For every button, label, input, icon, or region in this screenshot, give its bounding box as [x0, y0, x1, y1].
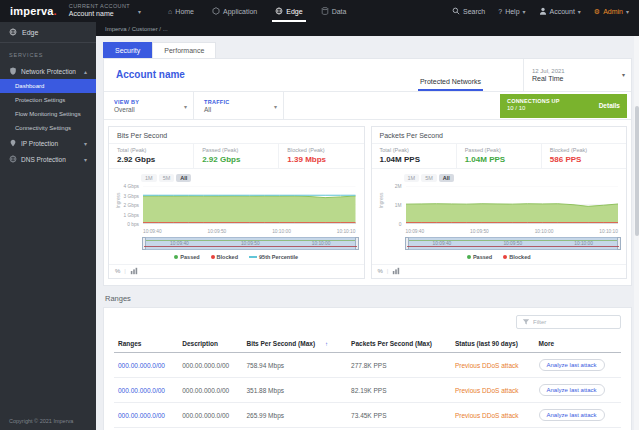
footer-divider: | [124, 268, 126, 274]
top-nav-application[interactable]: Application [203, 0, 266, 22]
range-button-all[interactable]: All [176, 174, 191, 182]
y-tick-label: 2M [395, 184, 402, 189]
table-row: 000.00.000.0/00000.00.000.0/00265.99 Mbp… [114, 403, 621, 428]
connections-value: 10 / 10 [507, 105, 560, 113]
connections-details-link[interactable]: Details [599, 102, 620, 109]
account-menu[interactable]: Account ▾ [539, 7, 581, 15]
column-header-description[interactable]: Description [178, 335, 242, 353]
current-account-name: Account name [69, 10, 130, 19]
sidebar-subitem-flow-monitoring-settings[interactable]: Flow Monitoring Settings [0, 107, 96, 121]
analyze-last-attack-button[interactable]: Analyze last attack [539, 409, 605, 421]
range-button-1m[interactable]: 1M [404, 174, 420, 182]
tab-security[interactable]: Security [103, 42, 152, 58]
range-link-cell[interactable]: 000.00.000.0/00 [114, 378, 178, 403]
chart-navigator[interactable]: 10:09:4010:09:5010:10:00 [406, 237, 621, 250]
stat-label: Total (Peak) [380, 147, 448, 153]
range-link-cell[interactable]: 000.00.000.0/00 [114, 403, 178, 428]
stat-blocked-peak: Blocked (Peak)586 PPS [541, 144, 626, 168]
description-cell: 000.00.000.0/00 [178, 403, 242, 428]
legend-dot-marker [211, 255, 215, 259]
dns-icon [9, 155, 17, 163]
legend-item-passed[interactable]: Passed [467, 254, 492, 260]
percent-toggle[interactable]: % [378, 268, 383, 274]
range-link-cell[interactable]: 000.00.000.0/00 [114, 353, 178, 378]
funnel-icon [522, 318, 530, 326]
sidebar-subitem-dashboard[interactable]: Dashboard [0, 79, 96, 93]
sort-arrow-icon[interactable]: ↑ [325, 341, 328, 347]
analyze-last-attack-button[interactable]: Analyze last attack [539, 384, 605, 396]
legend-item-passed[interactable]: Passed [174, 254, 199, 260]
status-link[interactable]: Previous DDoS attack [455, 412, 519, 419]
copyright-text: Copyright © 2021 Imperva [9, 418, 73, 424]
top-nav-home[interactable]: ⌂Home [159, 0, 203, 22]
help-menu[interactable]: ? Help ▾ [498, 8, 525, 15]
top-nav-edge[interactable]: Edge [266, 0, 311, 22]
filter-select-view-by[interactable]: VIEW BYOverall▾ [104, 92, 194, 119]
sidebar-item-ip-protection[interactable]: IP Protection▾ [0, 135, 96, 151]
page-scrollbar[interactable] [634, 36, 639, 430]
x-tick-label: 10:10:10 [599, 229, 618, 234]
column-header-label: Packets Per Second (Max) [351, 340, 432, 347]
top-nav-label: Home [175, 8, 194, 15]
bits-max-cell: 265.99 Mbps [242, 403, 347, 428]
sidebar-item-network-protection[interactable]: Network Protection▴ [0, 63, 96, 79]
column-header-more[interactable]: More [535, 335, 621, 353]
table-filter-input-wrap [516, 315, 621, 329]
bar-chart-icon[interactable] [392, 267, 400, 275]
stat-blocked-peak: Blocked (Peak)1.39 Mbps [278, 144, 363, 168]
legend-dot-marker [174, 255, 178, 259]
status-link[interactable]: Previous DDoS attack [455, 387, 519, 394]
sidebar-product[interactable]: Edge [0, 22, 96, 43]
table-filter-input[interactable] [533, 319, 615, 325]
column-header-ranges[interactable]: Ranges [114, 335, 178, 353]
chart-area: Ingress2M1M010:09:4010:09:5010:10:0010:1… [378, 184, 621, 234]
analyze-last-attack-button[interactable]: Analyze last attack [539, 359, 605, 371]
range-button-5m[interactable]: 5M [159, 174, 175, 182]
person-icon [539, 7, 547, 15]
column-header-bits-per-second-max[interactable]: Bits Per Second (Max)↑ [242, 335, 347, 353]
chevron-up-icon: ▴ [84, 68, 87, 75]
chart-navigator[interactable]: 10:09:4010:09:5010:10:00 [143, 237, 358, 250]
admin-menu[interactable]: ⚙ Admin ▾ [594, 8, 629, 15]
chart-plot[interactable] [143, 186, 356, 224]
column-header-status-last-90-days[interactable]: Status (last 90 days) [451, 335, 535, 353]
account-selector[interactable]: CURRENT ACCOUNT Account name ▾ [69, 3, 141, 19]
column-header-packets-per-second-max[interactable]: Packets Per Second (Max) [347, 335, 451, 353]
y-tick-label: 3 Gbps [124, 193, 139, 198]
status-cell: Previous DDoS attack [451, 378, 535, 403]
tab-protected-networks[interactable]: Protected Networks [418, 78, 483, 91]
percent-toggle[interactable]: % [115, 268, 120, 274]
tab-performance[interactable]: Performance [152, 42, 216, 58]
chart-plot[interactable] [406, 186, 619, 224]
legend-item-95th-percentile[interactable]: 95th Percentile [249, 254, 298, 260]
connections-up-badge[interactable]: CONNECTIONS UP 10 / 10 Details [500, 94, 627, 118]
y-axis-ticks: 2M1M0 [382, 186, 404, 224]
search-button[interactable]: Search [452, 7, 485, 15]
scrollbar-thumb[interactable] [635, 106, 639, 236]
bar-chart-icon[interactable] [130, 267, 138, 275]
charts-row: Bits Per SecondTotal (Peak)2.92 GbpsPass… [104, 120, 631, 285]
stat-value: 2.92 Gbps [117, 155, 185, 164]
status-cell: Previous DDoS attack [451, 403, 535, 428]
sidebar-item-dns-protection[interactable]: DNS Protection▾ [0, 151, 96, 167]
filter-select-traffic[interactable]: TRAFFICAll▾ [194, 92, 284, 119]
column-header-label: Description [182, 340, 218, 347]
range-button-all[interactable]: All [439, 174, 454, 182]
range-button-5m[interactable]: 5M [421, 174, 437, 182]
top-nav-data[interactable]: Data [312, 0, 356, 22]
date-range-picker[interactable]: 12 Jul, 2021 Real Time ▾ [523, 59, 631, 91]
table-row: 000.00.000.0/00000.00.000.0/00351.88 Mbp… [114, 378, 621, 403]
top-nav: ⌂HomeApplicationEdgeData [159, 0, 355, 22]
sidebar-subitem-connectivity-settings[interactable]: Connectivity Settings [0, 121, 96, 135]
home-icon: ⌂ [168, 8, 172, 15]
filter-label: VIEW BY [114, 99, 179, 105]
range-button-1m[interactable]: 1M [141, 174, 157, 182]
sidebar-subitem-protection-settings[interactable]: Protection Settings [0, 93, 96, 107]
legend-item-blocked[interactable]: Blocked [503, 254, 530, 260]
status-link[interactable]: Previous DDoS attack [455, 362, 519, 369]
breadcrumb[interactable]: Imperva / Customer / ... [105, 26, 168, 32]
x-tick-label: 10:10:00 [535, 229, 554, 234]
legend-item-blocked[interactable]: Blocked [211, 254, 238, 260]
y-axis-ticks: 4 Gbps3 Gbps2 Gbps1 Gbps0 bps [119, 186, 141, 224]
current-account-label: CURRENT ACCOUNT [69, 3, 130, 10]
